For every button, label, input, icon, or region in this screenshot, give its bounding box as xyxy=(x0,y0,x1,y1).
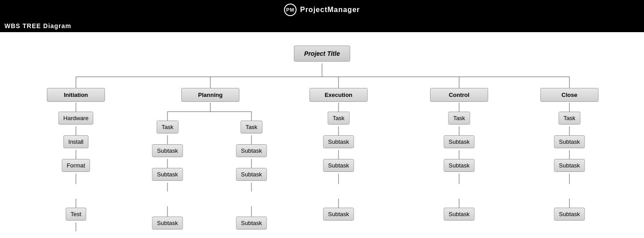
close-subtask1: Subtask xyxy=(554,135,585,148)
l1-control: Control xyxy=(430,88,488,102)
planning-col1-subtask1: Subtask xyxy=(152,144,183,157)
l1-close: Close xyxy=(540,88,598,102)
execution-subtask2: Subtask xyxy=(323,159,354,172)
planning-col2-subtask1: Subtask xyxy=(236,144,267,157)
planning-col1-subtask3: Subtask xyxy=(152,217,183,230)
l1-initiation: Initiation xyxy=(47,88,105,102)
root-node: Project Title xyxy=(294,46,350,62)
close-subtask3: Subtask xyxy=(554,208,585,221)
initiation-hardware: Hardware xyxy=(59,112,93,125)
app-header: PM ProjectManager xyxy=(0,0,644,20)
pm-logo-icon: PM xyxy=(284,4,297,16)
execution-subtask1: Subtask xyxy=(323,135,354,148)
connector-lines xyxy=(4,41,639,238)
planning-col2-subtask2: Subtask xyxy=(236,168,267,181)
planning-col2-task: Task xyxy=(241,121,263,134)
control-subtask1: Subtask xyxy=(444,135,475,148)
planning-col2-subtask3: Subtask xyxy=(236,217,267,230)
initiation-install: Install xyxy=(63,135,88,148)
page-title: WBS TREE Diagram xyxy=(0,20,644,32)
wbs-tree: Project Title Initiation Planning Execut… xyxy=(4,41,639,238)
app-name: ProjectManager xyxy=(300,6,360,14)
close-task: Task xyxy=(559,112,581,125)
close-subtask2: Subtask xyxy=(554,159,585,172)
diagram-area: Project Title Initiation Planning Execut… xyxy=(0,32,644,238)
initiation-format: Format xyxy=(62,159,90,172)
control-task: Task xyxy=(448,112,470,125)
execution-task: Task xyxy=(328,112,350,125)
l1-planning: Planning xyxy=(181,88,239,102)
planning-col1-task: Task xyxy=(157,121,179,134)
control-subtask3: Subtask xyxy=(444,208,475,221)
initiation-test: Test xyxy=(66,208,86,221)
execution-subtask3: Subtask xyxy=(323,208,354,221)
control-subtask2: Subtask xyxy=(444,159,475,172)
l1-execution: Execution xyxy=(309,88,368,102)
planning-col1-subtask2: Subtask xyxy=(152,168,183,181)
